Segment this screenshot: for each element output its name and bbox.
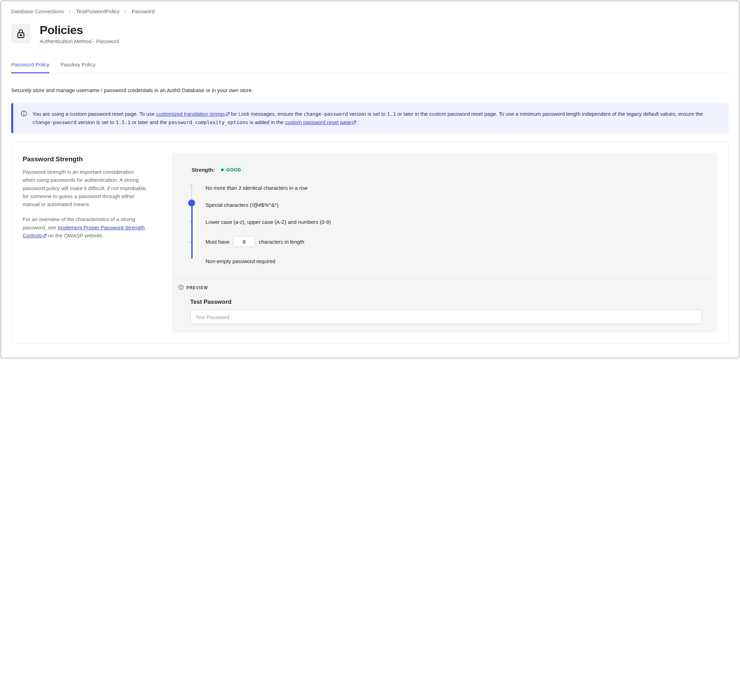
link-custom-translation[interactable]: customized translation strings (156, 111, 230, 117)
breadcrumb-item-connection[interactable]: TestPsswordPolicy (76, 8, 119, 14)
svg-point-1 (20, 35, 22, 36)
banner-text: or later in the custom password reset pa… (398, 111, 703, 117)
tab-passkey-policy[interactable]: Passkey Policy (60, 62, 96, 74)
level-label-suffix: characters in length (259, 239, 304, 245)
preview-header: PREVIEW (178, 285, 706, 291)
code-complexity-options: password_complexity_options (169, 119, 248, 125)
preview-label: PREVIEW (186, 285, 208, 290)
banner-text: is added in the (250, 119, 285, 125)
banner-text: version is set to (78, 119, 115, 125)
external-link-icon (226, 110, 230, 114)
external-link-icon (352, 119, 356, 122)
strength-level-2: Lower case (a-z), upper case (A-Z) and n… (205, 219, 706, 225)
strength-row: Strength: GOOD (192, 166, 706, 174)
strength-slider-area: No more than 2 identical characters in a… (186, 185, 706, 264)
status-dot-icon (221, 169, 224, 171)
strength-panel: Strength: GOOD No mor (172, 153, 717, 332)
chevron-right-icon (69, 8, 71, 14)
svg-point-3 (24, 112, 24, 113)
page-title: Policies (40, 23, 119, 37)
strength-levels: No more than 2 identical characters in a… (205, 185, 706, 264)
info-banner-text: You are using a custom password reset pa… (32, 110, 721, 126)
svg-point-6 (181, 286, 181, 287)
strength-value: GOOD (226, 167, 241, 172)
code-version-1-5-1: 1.5.1 (116, 119, 130, 125)
code-version-1-1: 1.1 (387, 111, 396, 117)
banner-text: version is set to (349, 111, 387, 117)
breadcrumb-item-database[interactable]: Database Connections (11, 8, 64, 14)
card-description: Password Strength Password strength is a… (23, 153, 148, 332)
strength-level-1: Must have characters in length (205, 236, 706, 247)
banner-text: for Lock messages, ensure the (231, 111, 304, 117)
test-password-input[interactable] (190, 310, 702, 324)
external-link-icon (43, 232, 47, 236)
tabs: Password Policy Passkey Policy (11, 62, 729, 74)
breadcrumb: Database Connections TestPsswordPolicy P… (11, 8, 729, 14)
info-icon (21, 110, 27, 126)
breadcrumb-item-current: Password (132, 8, 155, 14)
page-subtitle: Authentication Method - Password (40, 38, 119, 44)
svg-rect-7 (181, 287, 181, 288)
strength-description-1: Password strength is an important consid… (23, 168, 148, 208)
divider (172, 278, 717, 278)
slider-thumb[interactable] (188, 200, 195, 206)
chevron-right-icon (124, 8, 127, 14)
banner-text: You are using a custom password reset pa… (32, 111, 156, 117)
banner-text: . (356, 119, 357, 125)
code-change-password: change-password (32, 119, 77, 125)
test-password-label: Test Password (190, 299, 702, 306)
svg-rect-4 (24, 113, 24, 115)
strength-level-4: No more than 2 identical characters in a… (205, 185, 706, 191)
min-length-input[interactable] (233, 236, 255, 247)
lock-icon (11, 24, 31, 43)
preview-body: Test Password (186, 299, 706, 324)
page-container: Database Connections TestPsswordPolicy P… (0, 0, 740, 359)
level-label-prefix: Must have (205, 239, 230, 245)
strength-level-3: Special characters (!@#$%^&*) (205, 202, 706, 208)
page-header: Policies Authentication Method - Passwor… (11, 23, 729, 44)
strength-heading: Password Strength (23, 155, 148, 163)
tab-password-policy[interactable]: Password Policy (11, 62, 49, 74)
link-custom-reset-page[interactable]: custom password reset page (285, 119, 357, 125)
strength-description-2: For an overview of the characteristics o… (23, 215, 148, 240)
banner-text: or later and the (132, 119, 168, 125)
info-banner: You are using a custom password reset pa… (11, 103, 729, 134)
strength-badge: GOOD (218, 166, 245, 174)
password-strength-card: Password Strength Password strength is a… (11, 142, 729, 343)
strength-level-0: Non-empty password required (205, 258, 706, 264)
info-icon (178, 285, 184, 291)
code-change-password: change-password (304, 111, 348, 117)
strength-label: Strength: (192, 167, 215, 173)
intro-text: Securely store and manage username / pas… (11, 87, 729, 93)
strength-slider[interactable] (190, 185, 193, 259)
